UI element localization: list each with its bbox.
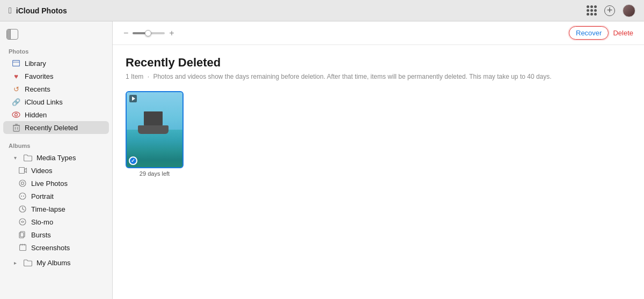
chevron-down-icon: ▾ xyxy=(12,154,18,161)
page-subtitle: 1 Item · Photos and videos show the days… xyxy=(126,73,631,80)
sidebar-toggle-button[interactable] xyxy=(6,29,18,40)
svg-point-11 xyxy=(19,180,26,186)
item-count: 1 Item xyxy=(126,73,143,80)
sidebar-item-recently-deleted[interactable]: Recently Deleted xyxy=(3,121,109,134)
avatar[interactable] xyxy=(623,4,635,17)
photo-thumbnail[interactable] xyxy=(126,91,184,168)
sidebar-item-label: My Albums xyxy=(36,259,71,267)
page-content: Recently Deleted 1 Item · Photos and vid… xyxy=(113,45,644,299)
svg-rect-5 xyxy=(13,125,19,131)
sidebar-item-slo-mo[interactable]: Slo-mo xyxy=(3,215,109,228)
sidebar-item-label: Slo-mo xyxy=(31,218,53,226)
svg-rect-10 xyxy=(19,168,24,174)
photo-inner xyxy=(127,92,182,167)
clock-icon: ↺ xyxy=(12,85,20,93)
link-icon: 🔗 xyxy=(12,98,20,106)
sidebar-item-portrait[interactable]: Portrait xyxy=(3,190,109,203)
eye-icon xyxy=(12,110,20,119)
sidebar-item-library[interactable]: Library xyxy=(3,57,109,70)
trash-icon xyxy=(12,123,20,132)
heart-icon: ♥ xyxy=(12,72,20,80)
add-button[interactable]: + xyxy=(604,5,615,16)
titlebar:  iCloud Photos + xyxy=(0,0,644,21)
sidebar-item-label: Library xyxy=(25,59,46,68)
portrait-icon xyxy=(18,192,27,200)
toolbar: − + Recover Delete xyxy=(113,21,644,45)
sidebar-item-icloud-links[interactable]: 🔗 iCloud Links xyxy=(3,95,109,108)
sidebar-item-label: Hidden xyxy=(25,111,47,119)
subtitle-description: Photos and videos show the days remainin… xyxy=(153,73,551,80)
library-icon xyxy=(12,59,20,68)
sidebar-item-label: Media Types xyxy=(36,154,76,162)
zoom-thumb[interactable] xyxy=(145,30,151,36)
recover-button[interactable]: Recover xyxy=(569,26,609,40)
zoom-slider[interactable] xyxy=(133,32,165,34)
grid-apps-icon[interactable] xyxy=(587,5,597,16)
sidebar-item-label: Recents xyxy=(25,85,50,93)
titlebar-actions: + xyxy=(587,4,635,17)
zoom-out-button[interactable]: − xyxy=(123,28,128,38)
sidebar-item-label: Recently Deleted xyxy=(25,124,78,132)
sidebar-item-live-photos[interactable]: Live Photos xyxy=(3,177,109,190)
timelapse-icon xyxy=(18,205,27,213)
zoom-track xyxy=(133,32,145,34)
photo-grid: 29 days left xyxy=(126,91,631,177)
sidebar-item-recents[interactable]: ↺ Recents xyxy=(3,83,109,95)
live-photos-icon xyxy=(18,179,27,188)
dot-separator: · xyxy=(148,73,149,80)
bursts-icon xyxy=(18,230,27,239)
sidebar-item-label: Time-lapse xyxy=(31,205,65,213)
boat-layer xyxy=(138,125,169,140)
album-folder-icon xyxy=(24,258,32,267)
selection-indicator xyxy=(129,156,137,165)
page-title: Recently Deleted xyxy=(126,56,631,70)
sidebar-item-label: Bursts xyxy=(31,231,51,239)
content-area: − + Recover Delete Recently Deleted 1 It… xyxy=(113,21,644,299)
svg-point-15 xyxy=(23,196,24,197)
sidebar-item-hidden[interactable]: Hidden xyxy=(3,108,109,121)
sidebar-item-timelapse[interactable]: Time-lapse xyxy=(3,203,109,215)
sidebar-item-my-albums[interactable]: ▸ My Albums xyxy=(3,256,109,269)
sidebar-item-label: Favorites xyxy=(25,72,53,80)
sidebar-item-favorites[interactable]: ♥ Favorites xyxy=(3,70,109,83)
albums-section-header: Albums xyxy=(0,138,112,151)
sidebar-item-videos[interactable]: Videos xyxy=(3,164,109,177)
sidebar-item-label: Live Photos xyxy=(31,180,68,188)
photo-days-label: 29 days left xyxy=(140,170,170,177)
delete-button[interactable]: Delete xyxy=(613,29,633,37)
sidebar-item-media-types[interactable]: ▾ Media Types xyxy=(3,151,109,164)
apple-logo-icon:  xyxy=(9,6,12,16)
svg-rect-0 xyxy=(13,61,20,66)
photos-section-header: Photos xyxy=(0,44,112,57)
svg-point-12 xyxy=(21,182,24,185)
sidebar-item-bursts[interactable]: Bursts xyxy=(3,228,109,241)
folder-icon xyxy=(24,153,32,162)
main-layout: Photos Library ♥ Favorites ↺ Recents 🔗 i… xyxy=(0,21,644,299)
sidebar-item-screenshots[interactable]: Screenshots xyxy=(3,241,109,254)
svg-point-13 xyxy=(19,193,26,199)
sidebar-item-label: iCloud Links xyxy=(25,98,63,106)
chevron-right-icon: ▸ xyxy=(12,259,18,266)
sidebar: Photos Library ♥ Favorites ↺ Recents 🔗 i… xyxy=(0,21,113,299)
boat-body xyxy=(138,125,169,134)
svg-point-3 xyxy=(12,112,20,117)
sidebar-item-label: Screenshots xyxy=(31,244,70,252)
svg-point-19 xyxy=(19,219,26,225)
video-badge-icon xyxy=(129,95,137,102)
screenshots-icon xyxy=(18,243,27,252)
list-item[interactable]: 29 days left xyxy=(126,91,184,177)
sidebar-item-label: Portrait xyxy=(31,192,54,200)
app-title: iCloud Photos xyxy=(16,6,67,15)
svg-line-18 xyxy=(23,209,24,210)
sidebar-item-label: Videos xyxy=(31,167,53,175)
svg-point-14 xyxy=(21,196,22,197)
boat-structure xyxy=(144,111,162,125)
video-folder-icon xyxy=(18,166,27,175)
zoom-in-button[interactable]: + xyxy=(169,28,174,38)
slomo-icon xyxy=(18,218,27,226)
svg-point-4 xyxy=(15,114,18,116)
